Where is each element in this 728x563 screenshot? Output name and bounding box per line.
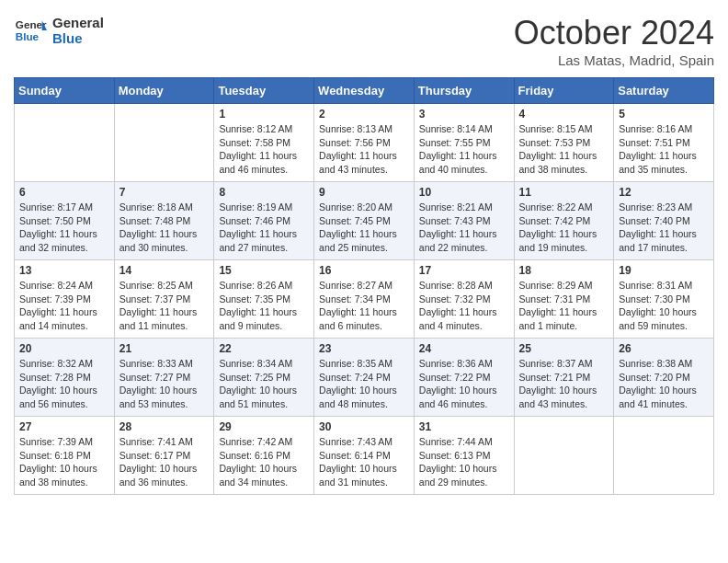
day-info: Sunrise: 8:13 AM Sunset: 7:56 PM Dayligh…	[319, 122, 409, 177]
day-info: Sunrise: 8:26 AM Sunset: 7:35 PM Dayligh…	[219, 279, 309, 333]
calendar-cell: 5Sunrise: 8:16 AM Sunset: 7:51 PM Daylig…	[614, 104, 714, 182]
logo-blue-text: Blue	[52, 30, 104, 46]
page-header: General Blue General Blue October 2024 L…	[14, 14, 714, 68]
day-number: 6	[19, 186, 109, 199]
logo-icon: General Blue	[14, 14, 47, 47]
header-day-friday: Friday	[514, 78, 614, 104]
day-number: 27	[19, 420, 109, 433]
calendar-week-3: 13Sunrise: 8:24 AM Sunset: 7:39 PM Dayli…	[15, 260, 714, 339]
header-day-tuesday: Tuesday	[214, 78, 314, 104]
calendar-cell: 11Sunrise: 8:22 AM Sunset: 7:42 PM Dayli…	[514, 182, 614, 260]
day-number: 24	[419, 342, 509, 355]
day-info: Sunrise: 8:16 AM Sunset: 7:51 PM Dayligh…	[619, 122, 709, 177]
calendar-cell: 3Sunrise: 8:14 AM Sunset: 7:55 PM Daylig…	[414, 104, 514, 182]
calendar-cell: 20Sunrise: 8:32 AM Sunset: 7:28 PM Dayli…	[15, 339, 115, 417]
header-row: SundayMondayTuesdayWednesdayThursdayFrid…	[15, 78, 714, 104]
day-info: Sunrise: 7:42 AM Sunset: 6:16 PM Dayligh…	[219, 435, 309, 489]
calendar-cell: 27Sunrise: 7:39 AM Sunset: 6:18 PM Dayli…	[15, 417, 115, 495]
day-info: Sunrise: 8:31 AM Sunset: 7:30 PM Dayligh…	[619, 279, 709, 333]
day-info: Sunrise: 7:43 AM Sunset: 6:14 PM Dayligh…	[319, 435, 409, 489]
day-info: Sunrise: 8:18 AM Sunset: 7:48 PM Dayligh…	[119, 201, 210, 255]
calendar-cell: 31Sunrise: 7:44 AM Sunset: 6:13 PM Dayli…	[414, 417, 514, 495]
calendar-cell: 7Sunrise: 8:18 AM Sunset: 7:48 PM Daylig…	[114, 182, 214, 260]
day-info: Sunrise: 7:39 AM Sunset: 6:18 PM Dayligh…	[19, 435, 109, 489]
day-number: 5	[619, 108, 709, 121]
calendar-cell: 23Sunrise: 8:35 AM Sunset: 7:24 PM Dayli…	[314, 339, 415, 417]
calendar-week-5: 27Sunrise: 7:39 AM Sunset: 6:18 PM Dayli…	[15, 417, 714, 495]
day-info: Sunrise: 7:44 AM Sunset: 6:13 PM Dayligh…	[419, 435, 509, 489]
day-info: Sunrise: 8:38 AM Sunset: 7:20 PM Dayligh…	[619, 357, 709, 411]
calendar-week-1: 1Sunrise: 8:12 AM Sunset: 7:58 PM Daylig…	[15, 104, 714, 182]
day-number: 1	[219, 108, 309, 121]
day-info: Sunrise: 8:14 AM Sunset: 7:55 PM Dayligh…	[419, 122, 509, 177]
day-number: 2	[319, 108, 409, 121]
day-number: 17	[419, 264, 509, 277]
day-info: Sunrise: 8:12 AM Sunset: 7:58 PM Dayligh…	[219, 122, 309, 177]
logo: General Blue General Blue	[14, 14, 104, 47]
calendar-cell: 21Sunrise: 8:33 AM Sunset: 7:27 PM Dayli…	[114, 339, 214, 417]
day-number: 12	[619, 186, 709, 199]
day-number: 8	[219, 186, 309, 199]
calendar-cell: 2Sunrise: 8:13 AM Sunset: 7:56 PM Daylig…	[314, 104, 415, 182]
calendar-cell: 8Sunrise: 8:19 AM Sunset: 7:46 PM Daylig…	[214, 182, 314, 260]
calendar-cell: 14Sunrise: 8:25 AM Sunset: 7:37 PM Dayli…	[114, 260, 214, 339]
day-info: Sunrise: 8:32 AM Sunset: 7:28 PM Dayligh…	[19, 357, 109, 411]
calendar-cell: 10Sunrise: 8:21 AM Sunset: 7:43 PM Dayli…	[414, 182, 514, 260]
calendar-cell: 12Sunrise: 8:23 AM Sunset: 7:40 PM Dayli…	[614, 182, 714, 260]
calendar-header: SundayMondayTuesdayWednesdayThursdayFrid…	[15, 78, 714, 104]
header-day-thursday: Thursday	[414, 78, 514, 104]
header-day-wednesday: Wednesday	[314, 78, 415, 104]
calendar-body: 1Sunrise: 8:12 AM Sunset: 7:58 PM Daylig…	[15, 104, 714, 495]
day-info: Sunrise: 8:33 AM Sunset: 7:27 PM Dayligh…	[119, 357, 210, 411]
day-number: 11	[519, 186, 609, 199]
calendar-week-2: 6Sunrise: 8:17 AM Sunset: 7:50 PM Daylig…	[15, 182, 714, 260]
calendar-cell: 19Sunrise: 8:31 AM Sunset: 7:30 PM Dayli…	[614, 260, 714, 339]
day-number: 3	[419, 108, 509, 121]
header-day-monday: Monday	[114, 78, 214, 104]
day-info: Sunrise: 7:41 AM Sunset: 6:17 PM Dayligh…	[119, 435, 210, 489]
day-number: 23	[319, 342, 409, 355]
day-info: Sunrise: 8:37 AM Sunset: 7:21 PM Dayligh…	[519, 357, 609, 411]
day-number: 18	[519, 264, 609, 277]
day-info: Sunrise: 8:28 AM Sunset: 7:32 PM Dayligh…	[419, 279, 509, 333]
calendar-week-4: 20Sunrise: 8:32 AM Sunset: 7:28 PM Dayli…	[15, 339, 714, 417]
title-block: October 2024 Las Matas, Madrid, Spain	[514, 14, 714, 68]
day-info: Sunrise: 8:15 AM Sunset: 7:53 PM Dayligh…	[519, 122, 609, 177]
day-number: 21	[119, 342, 210, 355]
calendar-cell: 28Sunrise: 7:41 AM Sunset: 6:17 PM Dayli…	[114, 417, 214, 495]
header-day-saturday: Saturday	[614, 78, 714, 104]
calendar-cell: 6Sunrise: 8:17 AM Sunset: 7:50 PM Daylig…	[15, 182, 115, 260]
day-info: Sunrise: 8:29 AM Sunset: 7:31 PM Dayligh…	[519, 279, 609, 333]
calendar-cell	[114, 104, 214, 182]
day-info: Sunrise: 8:34 AM Sunset: 7:25 PM Dayligh…	[219, 357, 309, 411]
calendar-cell: 13Sunrise: 8:24 AM Sunset: 7:39 PM Dayli…	[15, 260, 115, 339]
calendar-cell: 16Sunrise: 8:27 AM Sunset: 7:34 PM Dayli…	[314, 260, 415, 339]
calendar-cell: 9Sunrise: 8:20 AM Sunset: 7:45 PM Daylig…	[314, 182, 415, 260]
day-number: 19	[619, 264, 709, 277]
day-info: Sunrise: 8:17 AM Sunset: 7:50 PM Dayligh…	[19, 201, 109, 255]
calendar-cell: 4Sunrise: 8:15 AM Sunset: 7:53 PM Daylig…	[514, 104, 614, 182]
day-number: 28	[119, 420, 210, 433]
day-number: 25	[519, 342, 609, 355]
day-info: Sunrise: 8:35 AM Sunset: 7:24 PM Dayligh…	[319, 357, 409, 411]
location-subtitle: Las Matas, Madrid, Spain	[514, 52, 714, 68]
calendar-cell: 1Sunrise: 8:12 AM Sunset: 7:58 PM Daylig…	[214, 104, 314, 182]
day-info: Sunrise: 8:23 AM Sunset: 7:40 PM Dayligh…	[619, 201, 709, 255]
calendar-cell: 17Sunrise: 8:28 AM Sunset: 7:32 PM Dayli…	[414, 260, 514, 339]
day-info: Sunrise: 8:22 AM Sunset: 7:42 PM Dayligh…	[519, 201, 609, 255]
day-info: Sunrise: 8:27 AM Sunset: 7:34 PM Dayligh…	[319, 279, 409, 333]
day-number: 26	[619, 342, 709, 355]
calendar-cell	[15, 104, 115, 182]
day-number: 4	[519, 108, 609, 121]
day-number: 30	[319, 420, 409, 433]
day-info: Sunrise: 8:20 AM Sunset: 7:45 PM Dayligh…	[319, 201, 409, 255]
day-number: 22	[219, 342, 309, 355]
day-info: Sunrise: 8:25 AM Sunset: 7:37 PM Dayligh…	[119, 279, 210, 333]
day-info: Sunrise: 8:36 AM Sunset: 7:22 PM Dayligh…	[419, 357, 509, 411]
calendar-cell	[514, 417, 614, 495]
calendar-cell: 24Sunrise: 8:36 AM Sunset: 7:22 PM Dayli…	[414, 339, 514, 417]
day-number: 15	[219, 264, 309, 277]
calendar-cell: 26Sunrise: 8:38 AM Sunset: 7:20 PM Dayli…	[614, 339, 714, 417]
day-number: 14	[119, 264, 210, 277]
day-info: Sunrise: 8:24 AM Sunset: 7:39 PM Dayligh…	[19, 279, 109, 333]
